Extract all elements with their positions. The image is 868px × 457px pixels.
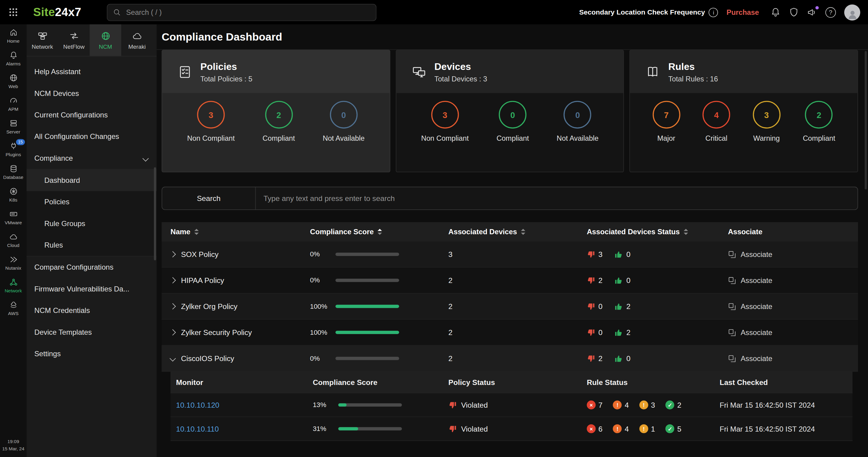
subcol-monitor: Monitor [176,378,313,386]
policy-status: Violated [461,401,488,409]
rail-item-database[interactable]: Database [0,161,27,183]
chevron-down-icon[interactable] [170,355,176,362]
topbar-right: Secondary Location Check Frequency i Pur… [579,4,860,20]
clock-time: 19:09 [0,438,27,446]
policies-stats: 3 Non Compliant 2 Compliant 0 Not Availa… [162,93,390,143]
thumbs-down-icon [448,401,457,409]
sidebar-item-dashboard[interactable]: Dashboard [27,170,157,191]
policy-row-sox[interactable]: SOX Policy 0% 3 3 0 Associate [161,241,858,267]
rail-item-k8s[interactable]: K8s [0,183,27,206]
sidebar-item-current-configurations[interactable]: Current Configurations [27,104,157,125]
thumbs-down-icon [587,276,595,284]
associate-button[interactable]: Associate [728,302,858,310]
subcol-policy-status: Policy Status [448,378,587,386]
sidebar: Network NetFlow NCM Meraki Help Assistan… [27,25,157,457]
sort-icon-asc[interactable] [377,229,382,234]
table-search: Search [161,187,858,210]
sidebar-item-compare-configurations[interactable]: Compare Configurations [27,256,157,278]
monitor-link[interactable]: 10.10.10.110 [176,425,219,433]
global-search-input[interactable] [125,7,370,17]
associate-button[interactable]: Associate [728,250,858,258]
col-associated-devices[interactable]: Associated Devices [448,228,587,236]
page-title: Compliance Dashboard [157,25,868,50]
associate-button[interactable]: Associate [728,328,858,336]
sort-icon[interactable] [521,229,525,234]
policy-row-ciscoios[interactable]: CiscoIOS Policy 0% 2 2 0 Associate [161,346,858,372]
sidebar-item-device-templates[interactable]: Device Templates [27,321,157,343]
chevron-right-icon[interactable] [170,329,176,336]
sidebar-item-rule-groups[interactable]: Rule Groups [27,213,157,234]
policy-name: CiscoIOS Policy [181,354,235,363]
avatar[interactable] [844,4,860,20]
major-badge-icon: ! [613,424,622,433]
notification-dot [815,6,819,9]
subcol-rule-status: Rule Status [587,378,719,386]
sidebar-item-compliance[interactable]: Compliance [27,147,157,169]
rail-item-apm[interactable]: APM [0,93,27,115]
chevron-right-icon[interactable] [170,303,176,310]
policy-name: SOX Policy [181,250,219,258]
thumbs-down-icon [448,425,457,433]
sidebar-item-help-assistant[interactable]: Help Assistant [27,61,157,82]
sort-icon[interactable] [194,229,199,234]
devices-card[interactable]: Devices Total Devices : 3 3 Non Complian… [396,50,624,172]
policy-row-hipaa[interactable]: HIPAA Policy 0% 2 2 0 Associate [161,267,858,293]
rail-item-home[interactable]: Home [0,25,27,47]
sidebar-item-ncm-devices[interactable]: NCM Devices [27,83,157,104]
policies-card[interactable]: Policies Total Policies : 5 3 Non Compli… [161,50,390,172]
col-compliance-score[interactable]: Compliance Score [310,228,448,236]
shield-icon[interactable] [789,7,799,17]
tab-ncm[interactable]: NCM [90,25,121,56]
sidebar-item-rules[interactable]: Rules [27,234,157,256]
associate-button[interactable]: Associate [728,354,858,363]
sidebar-scrollbar-thumb[interactable] [154,167,156,261]
rail-item-network[interactable]: Network [0,274,27,297]
rail-item-cloud[interactable]: Cloud [0,229,27,252]
chevron-right-icon[interactable] [170,251,176,258]
monitor-row: 10.10.10.120 13% Violated ×7 !4 !3 ✓2 F [170,394,852,417]
critical-badge-icon: × [587,400,595,409]
sort-icon[interactable] [683,229,688,234]
rules-card[interactable]: Rules Total Rules : 16 7 Major 4 Critica… [630,50,858,172]
app-grid-icon[interactable] [9,8,18,17]
sidebar-item-all-configuration-changes[interactable]: All Configuration Changes [27,125,157,147]
global-search[interactable] [107,4,376,21]
rail-item-plugins[interactable]: 15 Plugins [0,138,27,161]
score-value: 31% [313,425,334,433]
last-checked: Fri Mar 15 16:42:50 IST 2024 [719,401,852,409]
sidebar-item-policies[interactable]: Policies [27,191,157,212]
rules-stats: 7 Major 4 Critical 3 Warning 2 [630,93,858,143]
sidebar-item-ncm-credentials[interactable]: NCM Credentials [27,299,157,321]
purchase-link[interactable]: Purchase [726,8,759,16]
associate-button[interactable]: Associate [728,276,858,284]
rail-item-vmware[interactable]: VMware [0,206,27,229]
megaphone-icon[interactable] [807,7,817,17]
tab-netflow[interactable]: NetFlow [58,25,90,56]
main-scrollbar-thumb[interactable] [865,51,867,190]
tab-network[interactable]: Network [27,25,58,56]
logo-site: Site [33,5,55,18]
rail-item-nutanix[interactable]: Nutanix [0,252,27,274]
plugins-badge: 15 [16,139,25,145]
col-associated-devices-status[interactable]: Associated Devices Status [587,228,728,236]
network-tab-icon [37,31,48,41]
table-search-input[interactable] [256,194,858,202]
sidebar-item-settings[interactable]: Settings [27,343,157,364]
monitor-link[interactable]: 10.10.10.120 [176,401,219,409]
stat-major: 7 Major [652,101,680,143]
info-icon[interactable]: i [709,7,718,17]
chevron-right-icon[interactable] [170,277,176,284]
rail-item-server[interactable]: Server [0,115,27,138]
sidebar-item-firmware-vulnerabilities[interactable]: Firmware Vulnerabilities Da... [27,278,157,299]
policy-row-zylker-security[interactable]: Zylker Security Policy 100% 2 0 2 Associ… [161,320,858,346]
bell-icon[interactable] [771,7,781,17]
rail-item-aws[interactable]: AWS [0,297,27,320]
rail-item-alarms[interactable]: Alarms [0,47,27,70]
help-icon[interactable]: ? [825,7,836,18]
policy-row-zylker-org[interactable]: Zylker Org Policy 100% 2 0 2 Associate [161,293,858,320]
rail-item-web[interactable]: Web [0,70,27,93]
site24x7-logo[interactable]: Site24x7 [33,5,81,19]
tab-meraki[interactable]: Meraki [121,25,153,56]
card-subtitle: Total Rules : 16 [669,75,718,83]
col-name[interactable]: Name [170,228,310,236]
